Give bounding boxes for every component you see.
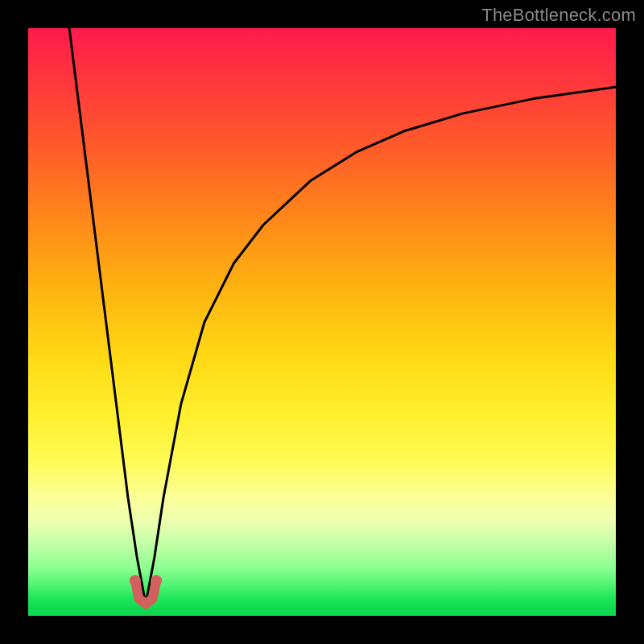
bottleneck-curve	[69, 28, 616, 604]
optimal-marker-dot-right	[151, 575, 162, 586]
chart-frame: TheBottleneck.com	[0, 0, 644, 644]
watermark-text: TheBottleneck.com	[481, 5, 636, 26]
curve-layer	[28, 28, 616, 616]
optimal-marker-dot-left	[130, 575, 141, 586]
